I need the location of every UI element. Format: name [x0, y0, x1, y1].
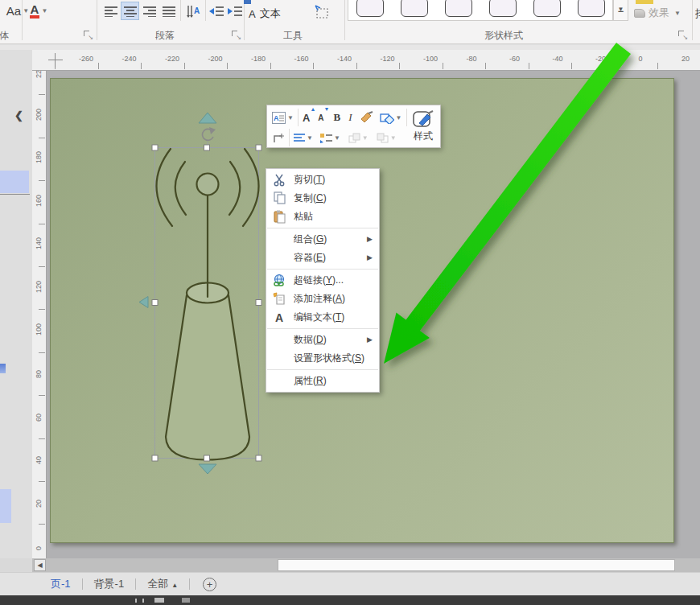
ruler-label: 20: [681, 55, 690, 63]
effects-button[interactable]: 效果 ▼: [634, 5, 687, 21]
text-align-button[interactable]: ▼: [292, 129, 315, 146]
shape-style-button[interactable]: ▼: [378, 109, 404, 126]
collapse-panel-chevron-icon[interactable]: ❮: [14, 109, 23, 121]
menu-item-copy[interactable]: 复制(C): [266, 189, 379, 208]
tab-page-1[interactable]: 页-1: [44, 577, 77, 591]
ruler-tick: [39, 524, 45, 525]
menu-item-container[interactable]: 容器(E) ▶: [266, 249, 379, 267]
align-left-button[interactable]: [101, 2, 120, 20]
ruler-label: 180: [35, 154, 43, 163]
menu-item-label: 数据(D): [294, 334, 327, 345]
menu-item-cut[interactable]: 剪切(T): [266, 171, 379, 189]
ruler-label: -260: [79, 55, 93, 63]
menu-item-paste[interactable]: 粘贴: [266, 208, 379, 226]
hyperlink-icon: [273, 274, 286, 287]
comment-icon: [273, 292, 286, 306]
shape-style-swatch[interactable]: [445, 0, 472, 17]
ruler-tick: [98, 63, 99, 69]
tab-all-pages[interactable]: 全部▲: [141, 577, 184, 591]
copy-icon: [273, 191, 286, 205]
shape-style-gallery[interactable]: [348, 0, 613, 21]
shape-styles-dialog-launcher[interactable]: [678, 31, 687, 39]
menu-item-format-shape[interactable]: 设置形状格式(S): [266, 349, 379, 368]
quick-style-button[interactable]: 样式: [410, 107, 437, 146]
arrange-group-label: 排: [695, 6, 700, 21]
shape-style-swatch[interactable]: [578, 0, 605, 17]
menu-item-data[interactable]: 数据(D) ▶: [266, 331, 379, 349]
ruler-tick: [39, 266, 45, 267]
shape-style-swatch[interactable]: [401, 0, 428, 17]
vertical-ruler[interactable]: 220200180160140120100806040200: [32, 71, 47, 558]
decrease-indent-icon: [209, 6, 224, 17]
scroll-left-button[interactable]: ◀: [34, 559, 46, 571]
line-color-fragment: [636, 0, 653, 4]
font-group-label: 字体: [0, 29, 9, 43]
italic-label: I: [348, 111, 352, 124]
ruler-tick: [399, 63, 400, 69]
italic-button[interactable]: I: [347, 109, 353, 126]
tab-background-1[interactable]: 背景-1: [88, 577, 131, 591]
submenu-arrow-icon: ▶: [367, 331, 373, 349]
text-block-icon: A: [272, 112, 286, 124]
ruler-label: -220: [165, 55, 179, 63]
shrink-font-button[interactable]: A▼: [316, 109, 325, 126]
horizontal-ruler[interactable]: -260-240-220-200-180-160-140-120-100-80-…: [32, 50, 700, 71]
shape-style-swatch[interactable]: [533, 0, 561, 17]
ruler-tick: [39, 309, 45, 310]
ruler-tick: [39, 395, 45, 396]
menu-separator: [267, 369, 378, 370]
align-center-icon: [124, 6, 137, 17]
area-select-icon: [314, 4, 330, 20]
align-right-icon: [143, 6, 156, 17]
text-direction-button[interactable]: A: [183, 2, 203, 20]
shape-style-swatch[interactable]: [356, 0, 384, 17]
tab-divider: [82, 578, 83, 590]
scissors-icon: [273, 173, 286, 187]
justify-button[interactable]: [159, 2, 178, 20]
panel-icon-fragment: [0, 364, 6, 373]
font-color-button[interactable]: A▼: [24, 1, 53, 20]
tab-label: 背景-1: [94, 578, 125, 590]
grow-font-button[interactable]: A▲: [301, 109, 311, 126]
collapsed-shapes-panel: ❮: [0, 50, 32, 558]
ruler-tick: [657, 63, 658, 69]
submenu-arrow-icon: ▶: [367, 249, 373, 267]
horizontal-scrollbar[interactable]: ◀: [32, 558, 700, 572]
align-right-button[interactable]: [140, 2, 159, 20]
decrease-indent-button[interactable]: [208, 2, 225, 20]
menu-item-properties[interactable]: 属性(R): [266, 372, 379, 390]
shrink-font-label: A: [318, 113, 323, 122]
text-tool-label: 文本: [260, 6, 281, 21]
area-select-tool-button[interactable]: [314, 4, 330, 20]
bring-forward-button[interactable]: ▼: [347, 129, 370, 146]
menu-item-edit-text[interactable]: A 编辑文本(T): [266, 308, 379, 327]
format-painter-button[interactable]: [358, 109, 376, 126]
gallery-more-button[interactable]: ▼▔: [613, 0, 628, 21]
ruler-label: 100: [35, 326, 43, 335]
bullets-button[interactable]: ▼: [319, 129, 342, 146]
menu-item-hyperlink[interactable]: 超链接(Y)...: [266, 271, 379, 290]
text-tool-button[interactable]: A 文本: [249, 6, 281, 22]
text-direction-icon: A: [186, 5, 200, 18]
align-left-icon: [105, 6, 117, 17]
menu-item-label: 设置形状格式(S): [294, 352, 364, 364]
add-page-button[interactable]: +: [203, 578, 216, 591]
bullets-icon: [320, 133, 332, 143]
font-dialog-launcher[interactable]: [84, 31, 93, 39]
ruler-tick: [270, 63, 271, 69]
increase-indent-button[interactable]: [226, 2, 244, 20]
menu-item-add-comment[interactable]: 添加注释(A): [266, 290, 379, 308]
connector-button[interactable]: [270, 129, 286, 146]
paragraph-dialog-launcher[interactable]: [232, 31, 241, 39]
shape-styles-group-label: 形状样式: [484, 29, 523, 43]
shape-style-swatch[interactable]: [489, 0, 517, 17]
ruler-tick: [227, 63, 228, 69]
menu-item-group[interactable]: 组合(G) ▶: [266, 230, 379, 249]
scrollbar-thumb[interactable]: [278, 559, 675, 571]
bold-button[interactable]: B: [332, 109, 343, 126]
send-backward-button[interactable]: ▼: [375, 129, 398, 146]
text-block-button[interactable]: A ▼: [270, 109, 295, 126]
align-center-button[interactable]: [121, 2, 139, 20]
ruler-label: -240: [122, 55, 137, 63]
bold-label: B: [334, 111, 341, 124]
